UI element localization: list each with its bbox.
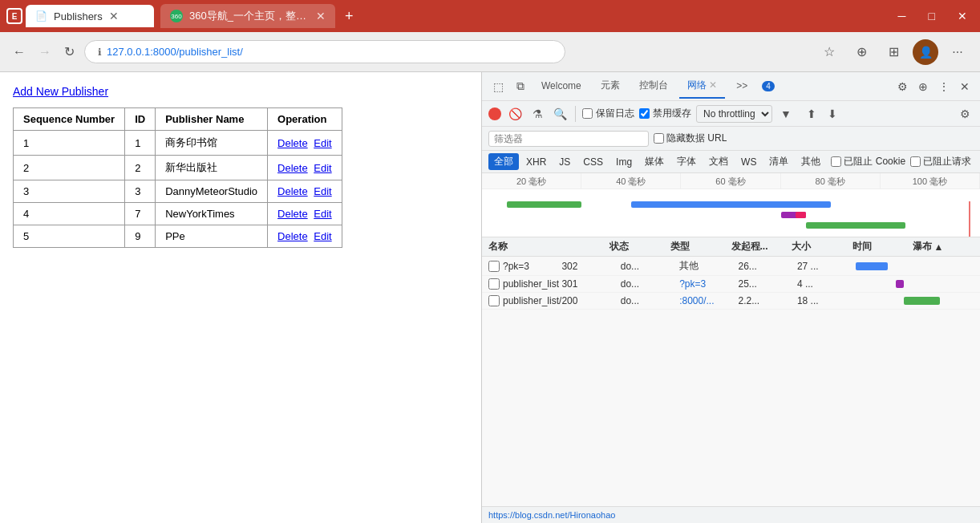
network-row-1[interactable]: ?pk=3 302 do... 其他 26... 27 ...	[482, 257, 980, 276]
edit-link-2[interactable]: Edit	[314, 185, 331, 197]
hide-data-url-checkbox[interactable]: 隐藏数据 URL	[654, 132, 727, 145]
col-waterfall-header[interactable]: 瀑布 ▲	[913, 240, 974, 253]
reload-button[interactable]: ↻	[61, 41, 78, 63]
filter-input[interactable]	[488, 131, 649, 147]
col-type-header[interactable]: 类型	[670, 240, 731, 253]
type-filter-css[interactable]: CSS	[577, 155, 609, 169]
delete-link-2[interactable]: Delete	[277, 185, 308, 197]
block-requests-checkbox[interactable]: 已阻止请求	[910, 155, 971, 168]
network-count-badge: 4	[762, 81, 775, 91]
throttle-arrow-icon[interactable]: ▼	[777, 105, 795, 123]
maximize-button[interactable]: □	[922, 6, 942, 26]
close-button[interactable]: ✕	[951, 6, 974, 26]
preserve-log-checkbox[interactable]: 保留日志	[582, 107, 634, 120]
hide-data-url-input[interactable]	[654, 133, 664, 144]
profile-avatar[interactable]: 👤	[913, 39, 938, 65]
tab-publishers[interactable]: 📄 Publishers ✕	[26, 5, 154, 27]
table-row: 1 1 商务印书馆 Delete Edit	[14, 131, 342, 156]
block-cookies-checkbox[interactable]: 已阻止 Cookie	[831, 155, 905, 168]
stop-recording-icon[interactable]: 🚫	[506, 105, 524, 123]
disable-cache-input[interactable]	[639, 108, 650, 119]
devtools-close-icon[interactable]: ✕	[956, 78, 974, 95]
devtools-inspect-icon[interactable]: ⬚	[488, 77, 508, 96]
url-box[interactable]: ℹ 127.0.0.1:8000/publisher_list/	[84, 40, 565, 63]
tab-360[interactable]: 360 360导航_一个主页，整个世界 ✕	[160, 4, 335, 28]
table-row: 3 3 DannyMeteorStudio Delete Edit	[14, 180, 342, 203]
import-har-icon[interactable]: ⬆	[803, 105, 820, 123]
cell-ops-1: Delete Edit	[268, 156, 342, 180]
reading-list-icon[interactable]: ⊕	[848, 39, 874, 65]
row3-initiator[interactable]: :8000/...	[679, 295, 738, 306]
col-size-header[interactable]: 大小	[792, 240, 852, 253]
type-filter-xhr[interactable]: XHR	[520, 155, 552, 169]
devtools-tab-network[interactable]: 网络 ✕	[679, 74, 725, 99]
search-icon[interactable]: 🔍	[551, 105, 569, 123]
edit-link-0[interactable]: Edit	[314, 137, 331, 149]
disable-cache-checkbox[interactable]: 禁用缓存	[639, 107, 691, 120]
edit-link-3[interactable]: Edit	[314, 208, 331, 220]
col-name-header[interactable]: 名称	[488, 240, 609, 253]
type-filter-manifest[interactable]: 清单	[763, 153, 794, 170]
tab-close-button[interactable]: ✕	[109, 10, 119, 22]
new-tab-button[interactable]: +	[338, 5, 360, 28]
delete-link-4[interactable]: Delete	[277, 230, 308, 242]
devtools-tab-welcome[interactable]: Welcome	[533, 75, 589, 98]
block-requests-input[interactable]	[910, 156, 921, 167]
type-filter-media[interactable]: 媒体	[639, 153, 670, 170]
type-filter-other[interactable]: 其他	[796, 153, 826, 170]
tab-360-close-button[interactable]: ✕	[316, 10, 326, 22]
settings-icon[interactable]: ···	[945, 39, 970, 65]
col-initiator-header[interactable]: 发起程...	[731, 240, 792, 253]
type-filter-font[interactable]: 字体	[671, 153, 702, 170]
col-time-header[interactable]: 时间	[852, 240, 913, 253]
row2-checkbox[interactable]	[488, 278, 500, 290]
export-har-icon[interactable]: ⬇	[824, 105, 841, 123]
secure-icon: ℹ	[98, 47, 102, 58]
filter-icon[interactable]: ⚗	[528, 105, 546, 123]
record-button[interactable]	[488, 107, 501, 120]
delete-link-0[interactable]: Delete	[277, 137, 308, 149]
devtools-tab-more[interactable]: >>	[728, 75, 755, 98]
cell-seq-4: 5	[14, 225, 125, 248]
network-row-2[interactable]: publisher_list 301 do... ?pk=3 25... 4 .…	[482, 276, 980, 293]
collections-icon[interactable]: ⊞	[881, 39, 906, 65]
add-new-publisher-link[interactable]: Add New Publisher	[13, 85, 108, 98]
row1-waterfall	[856, 262, 974, 270]
timeline-area: 20 毫秒 40 毫秒 60 毫秒 80 毫秒 100 毫秒	[482, 173, 980, 237]
type-filter-js[interactable]: JS	[553, 155, 576, 169]
throttle-select[interactable]: No throttling	[696, 105, 772, 123]
row2-initiator[interactable]: ?pk=3	[679, 278, 738, 290]
devtools-tab-console[interactable]: 控制台	[631, 74, 676, 99]
edit-link-4[interactable]: Edit	[314, 230, 331, 242]
forward-button[interactable]: →	[35, 42, 55, 63]
col-status-header[interactable]: 状态	[609, 240, 670, 253]
devtools-more-icon[interactable]: ⋮	[935, 78, 953, 95]
edit-link-1[interactable]: Edit	[314, 162, 331, 174]
type-filter-all[interactable]: 全部	[488, 153, 519, 170]
block-cookies-input[interactable]	[831, 156, 841, 167]
preserve-log-input[interactable]	[582, 108, 593, 119]
devtools-mobile-icon[interactable]: ⧉	[511, 77, 530, 96]
cell-seq-2: 3	[14, 180, 125, 203]
row3-checkbox[interactable]	[488, 295, 500, 306]
devtools-settings-icon[interactable]: ⚙	[893, 78, 911, 95]
devtools-network-icon[interactable]: ⊕	[914, 78, 932, 95]
back-button[interactable]: ←	[10, 42, 29, 63]
type-filter-ws[interactable]: WS	[735, 155, 762, 169]
row1-wf-bar	[856, 262, 888, 270]
network-settings-icon[interactable]: ⚙	[956, 105, 974, 123]
favorites-icon[interactable]: ☆	[816, 39, 842, 65]
devtools-header: ⬚ ⧉ Welcome 元素 控制台 网络 ✕ >> 4 ⚙ ⊕ ⋮ ✕	[482, 72, 980, 101]
delete-link-1[interactable]: Delete	[277, 162, 308, 174]
cell-name-4: PPe	[156, 225, 268, 248]
row1-checkbox[interactable]	[488, 261, 500, 272]
timeline-label-100: 100 毫秒	[881, 173, 980, 189]
type-filter-doc[interactable]: 文档	[703, 153, 734, 170]
delete-link-3[interactable]: Delete	[277, 208, 308, 220]
table-row: 4 7 NewYorkTimes Delete Edit	[14, 203, 342, 225]
devtools-tab-elements[interactable]: 元素	[593, 74, 628, 99]
cell-ops-4: Delete Edit	[268, 225, 342, 248]
network-row-3[interactable]: publisher_list/ 200 do... :8000/... 2.2.…	[482, 293, 980, 310]
minimize-button[interactable]: ─	[892, 6, 913, 26]
type-filter-img[interactable]: Img	[610, 155, 638, 169]
